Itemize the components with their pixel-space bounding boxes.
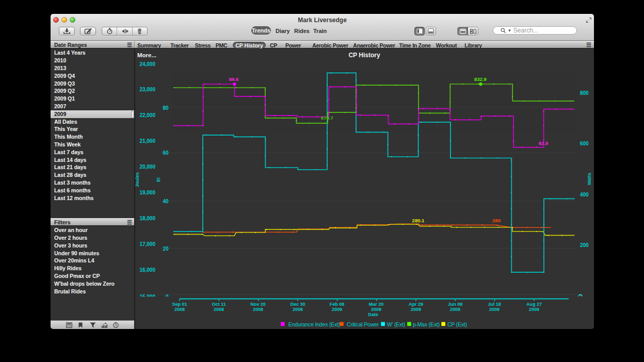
svg-text:2008: 2008 xyxy=(214,307,224,312)
svg-text:Watts: Watts xyxy=(587,173,592,185)
svg-text:Endurance Index (Ext): Endurance Index (Ext) xyxy=(288,321,340,327)
svg-text:2009: 2009 xyxy=(450,307,460,312)
svg-text:19,000: 19,000 xyxy=(139,190,155,195)
svg-text:62.8: 62.8 xyxy=(539,140,549,146)
svg-text:200: 200 xyxy=(580,242,589,248)
svg-text:2009: 2009 xyxy=(411,307,421,312)
svg-text:2009: 2009 xyxy=(332,307,342,312)
svg-text:89.6: 89.6 xyxy=(229,76,239,82)
svg-text:Oct 11: Oct 11 xyxy=(212,302,226,307)
svg-text:More...: More... xyxy=(137,52,156,58)
svg-text:Jun 08: Jun 08 xyxy=(448,302,463,307)
svg-text:Date: Date xyxy=(368,312,378,317)
svg-text:Mar 20: Mar 20 xyxy=(369,302,384,307)
svg-text:2009: 2009 xyxy=(489,307,500,312)
svg-text:17,000: 17,000 xyxy=(139,241,155,247)
svg-text:Nov 20: Nov 20 xyxy=(250,302,266,307)
svg-text:Jul 18: Jul 18 xyxy=(488,302,501,307)
svg-text:Critical Power: Critical Power xyxy=(347,321,379,327)
svg-text:832.9: 832.9 xyxy=(474,76,487,82)
svg-text:Dec 30: Dec 30 xyxy=(290,302,305,307)
svg-text:CP (Ext): CP (Ext) xyxy=(447,321,467,327)
svg-text:20: 20 xyxy=(163,246,169,252)
svg-text:CP History: CP History xyxy=(348,52,380,59)
svg-text:20,000: 20,000 xyxy=(139,164,155,170)
svg-text:80: 80 xyxy=(163,105,169,111)
svg-text:2009: 2009 xyxy=(371,307,381,312)
svg-text:60: 60 xyxy=(163,150,169,156)
svg-text:16,000: 16,000 xyxy=(139,267,155,273)
svg-text:24,000: 24,000 xyxy=(139,61,155,67)
svg-text:Sep 01: Sep 01 xyxy=(172,302,187,307)
svg-text:600: 600 xyxy=(580,141,589,146)
svg-text:Aug 27: Aug 27 xyxy=(526,302,542,307)
svg-text:280: 280 xyxy=(492,218,501,223)
svg-text:40: 40 xyxy=(163,199,169,204)
svg-text:p-Max (Ext): p-Max (Ext) xyxy=(413,321,440,327)
svg-text:2008: 2008 xyxy=(293,307,303,312)
svg-text:400: 400 xyxy=(580,192,589,198)
svg-text:EI: EI xyxy=(156,177,161,182)
svg-text:Feb 08: Feb 08 xyxy=(330,302,345,307)
svg-text:679.7: 679.7 xyxy=(321,115,333,121)
svg-text:18,000: 18,000 xyxy=(139,216,155,221)
svg-text:2008: 2008 xyxy=(174,307,185,312)
svg-text:Joules: Joules xyxy=(135,172,140,187)
svg-text:22,000: 22,000 xyxy=(139,112,155,118)
svg-text:280.1: 280.1 xyxy=(412,218,425,223)
svg-text:800: 800 xyxy=(580,90,589,96)
svg-text:21,000: 21,000 xyxy=(139,138,155,144)
svg-text:23,000: 23,000 xyxy=(139,87,155,92)
svg-text:2009: 2009 xyxy=(529,307,539,312)
svg-text:Apr 29: Apr 29 xyxy=(409,302,423,307)
svg-text:2008: 2008 xyxy=(253,307,263,312)
svg-text:W' (Ext): W' (Ext) xyxy=(387,321,405,327)
